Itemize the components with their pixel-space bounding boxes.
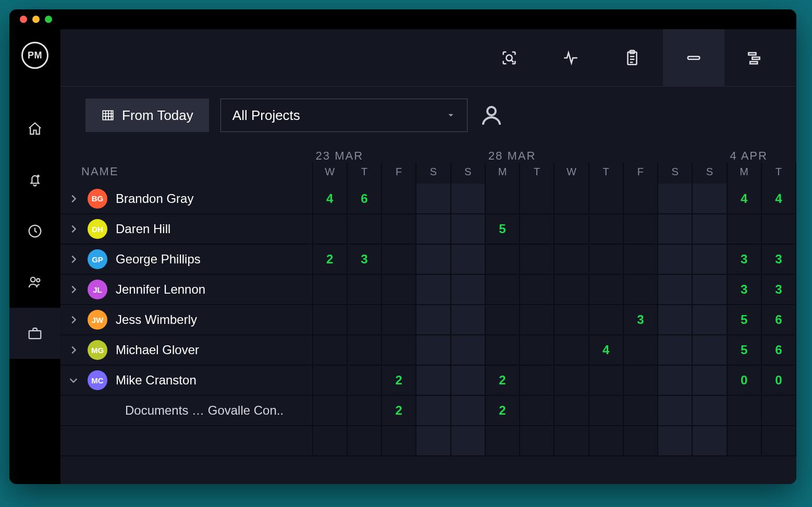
workload-cell[interactable]: 6 bbox=[347, 184, 382, 214]
person-row-name[interactable]: GP George Phillips bbox=[60, 244, 313, 274]
person-row-name[interactable]: MC Mike Cranston bbox=[60, 365, 313, 395]
workload-cell[interactable]: 6 bbox=[761, 335, 796, 365]
workload-cell[interactable] bbox=[416, 305, 450, 335]
workload-cell[interactable] bbox=[382, 214, 416, 244]
workload-cell[interactable]: 2 bbox=[382, 395, 416, 426]
workload-cell[interactable] bbox=[520, 335, 554, 365]
workload-cell[interactable]: 5 bbox=[727, 335, 761, 365]
workload-cell[interactable]: 3 bbox=[727, 244, 761, 274]
workload-cell[interactable]: 3 bbox=[727, 274, 761, 305]
workload-cell[interactable]: 4 bbox=[589, 335, 623, 365]
chevron-right-icon[interactable] bbox=[68, 223, 79, 235]
workload-cell[interactable] bbox=[313, 365, 347, 395]
workload-cell[interactable] bbox=[416, 335, 450, 365]
workload-cell[interactable] bbox=[658, 244, 692, 274]
chevron-down-icon[interactable] bbox=[68, 375, 79, 386]
workload-cell[interactable] bbox=[520, 426, 554, 456]
workload-cell[interactable] bbox=[382, 426, 416, 456]
workload-cell[interactable] bbox=[692, 335, 727, 365]
nav-home[interactable] bbox=[9, 103, 60, 154]
workload-cell[interactable] bbox=[313, 274, 347, 305]
workload-cell[interactable] bbox=[416, 214, 450, 244]
workload-cell[interactable] bbox=[520, 365, 554, 395]
person-row-name[interactable]: BG Brandon Gray bbox=[60, 184, 313, 214]
workload-cell[interactable] bbox=[554, 305, 588, 335]
workload-cell[interactable] bbox=[658, 274, 692, 305]
workload-cell[interactable]: 3 bbox=[761, 244, 796, 274]
workload-cell[interactable]: 2 bbox=[485, 395, 520, 426]
workload-cell[interactable] bbox=[554, 426, 588, 456]
chevron-right-icon[interactable] bbox=[68, 314, 79, 325]
workload-cell[interactable] bbox=[485, 426, 520, 456]
workload-cell[interactable] bbox=[347, 395, 382, 426]
workload-cell[interactable]: 4 bbox=[727, 184, 761, 214]
workload-cell[interactable] bbox=[589, 274, 623, 305]
workload-cell[interactable] bbox=[313, 426, 347, 456]
chevron-right-icon[interactable] bbox=[68, 284, 79, 295]
workload-cell[interactable] bbox=[623, 395, 658, 426]
workload-cell[interactable] bbox=[554, 395, 588, 426]
workload-cell[interactable] bbox=[692, 395, 727, 426]
workload-cell[interactable] bbox=[761, 214, 796, 244]
workload-cell[interactable]: 5 bbox=[727, 305, 761, 335]
workload-cell[interactable] bbox=[313, 214, 347, 244]
workload-cell[interactable] bbox=[589, 214, 623, 244]
workload-cell[interactable] bbox=[382, 274, 416, 305]
workload-cell[interactable]: 6 bbox=[761, 305, 796, 335]
workload-cell[interactable] bbox=[554, 335, 588, 365]
person-row-name[interactable]: DH Daren Hill bbox=[60, 214, 313, 244]
view-zoom[interactable] bbox=[478, 29, 540, 87]
person-row-name[interactable]: JL Jennifer Lennon bbox=[60, 274, 313, 305]
window-maximize-button[interactable] bbox=[45, 16, 52, 23]
workload-cell[interactable]: 2 bbox=[382, 365, 416, 395]
workload-cell[interactable]: 5 bbox=[485, 214, 520, 244]
workload-cell[interactable] bbox=[485, 184, 520, 214]
workload-cell[interactable] bbox=[727, 395, 761, 426]
workload-cell[interactable] bbox=[485, 244, 520, 274]
workload-cell[interactable] bbox=[658, 214, 692, 244]
workload-cell[interactable] bbox=[485, 274, 520, 305]
workload-cell[interactable] bbox=[451, 214, 485, 244]
workload-cell[interactable] bbox=[623, 274, 658, 305]
workload-cell[interactable] bbox=[313, 395, 347, 426]
workload-cell[interactable] bbox=[451, 305, 485, 335]
workload-cell[interactable] bbox=[313, 335, 347, 365]
workload-cell[interactable]: 4 bbox=[313, 184, 347, 214]
view-activity[interactable] bbox=[540, 29, 601, 87]
workload-cell[interactable] bbox=[313, 305, 347, 335]
workload-cell[interactable] bbox=[554, 274, 588, 305]
nav-time[interactable] bbox=[9, 206, 60, 257]
workload-cell[interactable] bbox=[658, 184, 692, 214]
workload-cell[interactable] bbox=[761, 395, 796, 426]
workload-cell[interactable] bbox=[727, 214, 761, 244]
workload-cell[interactable] bbox=[451, 426, 485, 456]
task-row-name[interactable]: Documents … Govalle Con.. bbox=[60, 395, 313, 426]
workload-cell[interactable] bbox=[658, 335, 692, 365]
window-close-button[interactable] bbox=[20, 16, 27, 23]
workload-cell[interactable] bbox=[347, 335, 382, 365]
view-list[interactable] bbox=[601, 29, 663, 87]
workload-cell[interactable] bbox=[554, 365, 588, 395]
workload-cell[interactable] bbox=[692, 305, 727, 335]
workload-cell[interactable] bbox=[451, 365, 485, 395]
chevron-right-icon[interactable] bbox=[68, 344, 79, 356]
workload-cell[interactable] bbox=[589, 426, 623, 456]
person-row-name[interactable]: MG Michael Glover bbox=[60, 335, 313, 365]
workload-cell[interactable]: 3 bbox=[761, 274, 796, 305]
workload-cell[interactable] bbox=[382, 184, 416, 214]
workload-cell[interactable] bbox=[623, 244, 658, 274]
workload-cell[interactable] bbox=[658, 395, 692, 426]
workload-cell[interactable] bbox=[761, 426, 796, 456]
from-today-button[interactable]: From Today bbox=[85, 99, 209, 132]
workload-cell[interactable]: 4 bbox=[761, 184, 796, 214]
workload-cell[interactable] bbox=[692, 426, 727, 456]
workload-cell[interactable] bbox=[623, 426, 658, 456]
workload-cell[interactable] bbox=[554, 244, 588, 274]
workload-cell[interactable]: 3 bbox=[347, 244, 382, 274]
workload-cell[interactable] bbox=[485, 335, 520, 365]
workload-cell[interactable] bbox=[589, 365, 623, 395]
workload-cell[interactable] bbox=[451, 274, 485, 305]
workload-cell[interactable]: 0 bbox=[761, 365, 796, 395]
view-gantt[interactable] bbox=[724, 29, 786, 87]
window-minimize-button[interactable] bbox=[32, 16, 40, 23]
